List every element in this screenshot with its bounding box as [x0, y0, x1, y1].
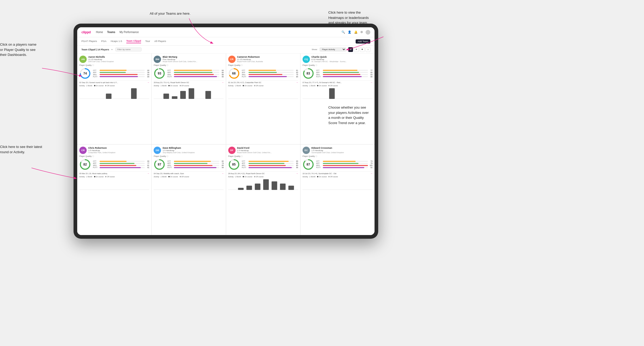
stat-label: APP [242, 72, 248, 73]
activity-arrow-icon[interactable]: → [222, 81, 224, 84]
app-logo: clippd [81, 30, 91, 34]
quality-section[interactable]: 87 OTT 82 APP 74 ARG 85 [154, 159, 224, 170]
sub-nav-tour[interactable]: Tour [145, 40, 150, 43]
stat-row: APP 77 [93, 162, 149, 164]
score-number: 68 [232, 72, 236, 75]
player-avatar[interactable]: DB [154, 147, 161, 154]
stat-bar-bg [323, 72, 368, 73]
player-name[interactable]: Blair McHarg [163, 56, 224, 58]
latest-activity[interactable]: 02 Jul 23 | 59 (+17), Craigmillar Park G… [228, 80, 298, 84]
stat-bar-bg [248, 72, 294, 73]
score-ring[interactable]: 85 [228, 159, 240, 170]
nav-home[interactable]: Home [96, 31, 103, 34]
latest-activity[interactable]: 04 Sep 23 | Mobility with coach, Gym → [154, 171, 224, 175]
stat-row: OTT 60 [93, 70, 149, 71]
stat-value: 84 [146, 74, 149, 76]
player-name[interactable]: Chris Robertson [88, 147, 149, 149]
player-avatar[interactable]: CR [228, 56, 236, 63]
score-ring[interactable]: 68 [228, 68, 240, 79]
player-avatar[interactable]: CQ [303, 56, 310, 63]
avatar[interactable] [366, 30, 370, 35]
quality-section[interactable]: 82 OTT 60 APP 77 ARG 81 [79, 159, 149, 170]
score-ring[interactable]: 83 [303, 68, 314, 79]
stat-bar [248, 165, 286, 166]
stat-label: OTT [93, 160, 99, 162]
sub-nav-team-clippd[interactable]: Team Clippd [126, 39, 141, 43]
activity-arrow-icon[interactable]: → [296, 172, 298, 175]
score-number: 87 [158, 163, 161, 166]
quality-section[interactable]: 85 OTT 89 APP 80 ARG 83 [228, 159, 298, 170]
stat-bar [100, 70, 127, 71]
stat-row: OTT 77 [316, 70, 372, 71]
quality-section[interactable]: 87 OTT 73 APP 79 ARG 103 [303, 159, 372, 170]
sub-nav-hcaps[interactable]: Hcaps 1-5 [111, 40, 122, 43]
player-name[interactable]: Edward Crossman [311, 147, 372, 149]
stat-label: PUTT [93, 76, 99, 78]
stat-value: 77 [369, 70, 372, 71]
activity-arrow-icon[interactable]: → [147, 81, 149, 84]
quality-section[interactable]: 68 OTT 61 APP 63 ARG 75 [228, 68, 298, 79]
on-course-legend: On course [94, 85, 104, 87]
latest-activity[interactable]: 05 Mar 23 | 19, Must make putting → [79, 171, 149, 175]
stat-value: 95 [220, 76, 224, 78]
player-avatar[interactable]: CR [79, 147, 87, 154]
latest-activity[interactable]: 26 Aug 23 | 84 (+12), Royal North Devon … [228, 171, 298, 175]
latest-activity[interactable]: 26 Aug 23 | 73 (+1), Royal North Devon G… [154, 80, 224, 84]
score-ring[interactable]: 87 [154, 159, 165, 170]
player-name[interactable]: Dave Billingham [163, 147, 224, 149]
player-name[interactable]: Cameron Robertson [237, 56, 298, 58]
player-club: Royal North Devon Golf Club, United Kin.… [237, 152, 298, 153]
edit-icon[interactable]: ✏ [111, 48, 113, 51]
user-icon[interactable]: 👤 [348, 30, 351, 34]
stats-grid: OTT 82 APP 74 ARG 85 PUTT 9 [167, 160, 224, 168]
player-name[interactable]: David Ford [237, 147, 298, 149]
activity-arrow-icon[interactable]: → [370, 172, 372, 175]
stat-value: 58 [146, 72, 149, 73]
stats-grid: OTT 60 APP 77 ARG 81 PUTT 9 [93, 160, 149, 168]
player-club: Drift Golf Club, United Kingdom [88, 61, 149, 62]
search-input[interactable] [115, 47, 142, 51]
activities-callout-text: Choose whether you seeyour players Activ… [328, 105, 369, 125]
bell-icon[interactable]: 🔔 [354, 30, 358, 34]
stat-value: 81 [146, 164, 149, 166]
score-ring[interactable]: 93 [154, 68, 165, 79]
chart-section: Activity · 1 Month On course Off course [228, 85, 298, 142]
svg-rect-32 [263, 179, 269, 190]
score-ring[interactable]: 87 [303, 159, 314, 170]
nav-my-performance[interactable]: My Performance [120, 31, 139, 34]
stat-bar [174, 72, 212, 73]
on-course-legend: On course [243, 176, 252, 178]
activity-arrow-icon[interactable]: → [370, 81, 372, 84]
nav-teams[interactable]: Teams [107, 31, 115, 34]
chart-section: Activity · 1 Month On course Off course [154, 176, 224, 233]
quality-section[interactable]: 93 OTT 84 APP 85 ARG 88 [154, 68, 224, 79]
quality-section[interactable]: 83 OTT 77 APP 80 ARG 83 [303, 68, 372, 79]
tablet-frame: clippd Home Teams My Performance 🔍 👤 🔔 ⚙… [74, 24, 378, 239]
chart-title: Activity · 1 Month [79, 85, 92, 87]
player-name[interactable]: Aaron Nicholls [88, 56, 149, 58]
stat-label: APP [167, 72, 173, 73]
stat-bar-bg [174, 72, 219, 73]
sub-nav-pgat[interactable]: PGAT Players [81, 40, 97, 43]
player-name[interactable]: Charlie Quick [311, 56, 372, 58]
off-course-legend: Off course [328, 85, 338, 87]
stat-value: 77 [146, 162, 149, 164]
search-icon[interactable]: 🔍 [341, 30, 345, 34]
player-handicap: 6-10 Handicap [311, 58, 372, 61]
stat-label: OTT [316, 70, 322, 71]
activity-arrow-icon[interactable]: → [147, 172, 149, 175]
player-avatar[interactable]: AN [79, 56, 87, 63]
mini-chart [303, 87, 372, 99]
player-info: Aaron Nicholls 11-15 Handicap Drift Golf… [88, 56, 149, 62]
latest-activity[interactable]: 18 Jul 23 | 74 (+4), Sunningdale GC - Ol… [303, 171, 372, 175]
off-course-legend: Off course [254, 85, 264, 87]
settings-icon[interactable]: ⚙ [360, 30, 363, 34]
player-avatar[interactable]: BM [154, 56, 161, 63]
activity-arrow-icon[interactable]: → [296, 81, 298, 84]
activity-arrow-icon[interactable]: → [222, 172, 224, 175]
player-avatar[interactable]: DF [228, 147, 236, 154]
player-avatar[interactable]: EC [303, 147, 310, 154]
player-info: David Ford 1-5 Handicap Royal North Devo… [237, 147, 298, 153]
latest-activity[interactable]: 07 Aug 23 | 77 (+7), St George's Hill GC… [303, 80, 372, 84]
sub-nav-pga[interactable]: PGA [101, 40, 106, 43]
